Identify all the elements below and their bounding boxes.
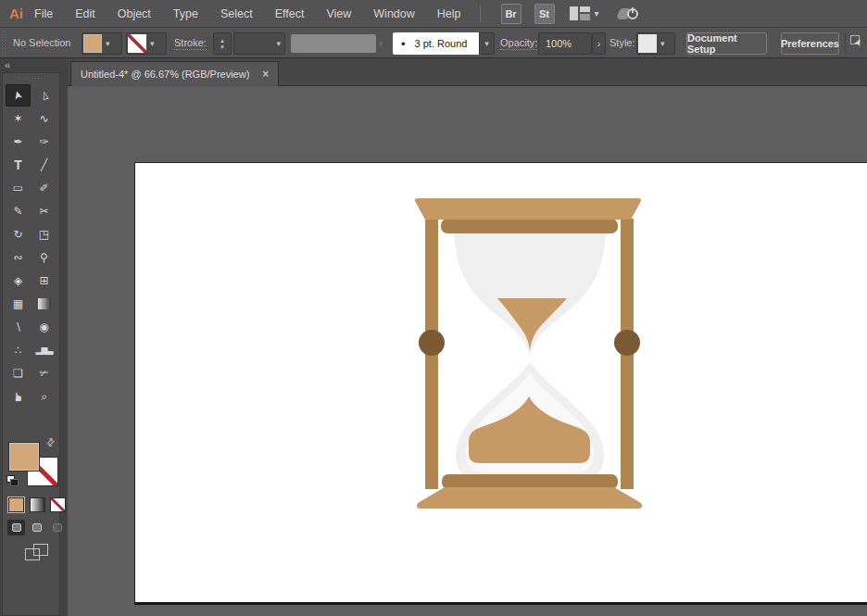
canvas-area[interactable] (68, 86, 867, 616)
draw-behind-button[interactable] (28, 520, 45, 535)
menu-type[interactable]: Type (162, 0, 209, 28)
color-mode-button[interactable] (8, 497, 24, 512)
workspace-icon-part (580, 6, 590, 12)
panel-flyout-icon[interactable]: ➤ (850, 35, 865, 50)
fill-color-swatch[interactable] (83, 34, 102, 53)
column-graph-tool-icon: ▂▆▃ (36, 346, 53, 355)
menu-view[interactable]: View (315, 0, 362, 28)
swap-fill-stroke-icon[interactable]: ⇄ (44, 435, 58, 450)
magic-wand-tool-icon: ✶ (13, 113, 22, 124)
opacity-field[interactable]: 100% (538, 32, 592, 55)
hourglass-left-knob (419, 330, 445, 356)
brush-definition-dropdown-button[interactable]: ▾ (479, 32, 495, 55)
close-icon[interactable]: × (262, 68, 269, 81)
gradient-tool[interactable] (31, 293, 57, 315)
draw-normal-button[interactable] (7, 520, 25, 535)
sync-status-icon[interactable] (618, 6, 640, 22)
paintbrush-tool[interactable]: ✐ (31, 177, 57, 199)
workspace-switcher-icon[interactable] (570, 6, 590, 20)
collapse-panel-button[interactable]: « (5, 59, 10, 70)
type-tool[interactable]: T (6, 154, 31, 176)
scissors-tool[interactable]: ✂ (31, 200, 57, 222)
menu-window[interactable]: Window (362, 0, 425, 28)
direct-selection-tool[interactable]: ▻ (31, 84, 57, 107)
blend-tool[interactable]: ◉ (31, 316, 57, 338)
workspace-icon-part (570, 6, 578, 20)
stroke-weight-label[interactable]: Stroke: (174, 37, 207, 50)
stock-button[interactable]: St (534, 4, 555, 24)
menu-select[interactable]: Select (209, 0, 264, 28)
zoom-tool[interactable]: ⌕ (31, 385, 57, 408)
perspective-grid-tool-icon: ⊞ (39, 275, 48, 286)
hourglass-artwork[interactable] (408, 190, 648, 514)
artboard-tool[interactable]: ❏ (6, 362, 31, 384)
tool-grid: ➤ ▻ ✶ ∿ ✒ ✑ T ╱ ▭ ✐ ✎ ✂ ↻ ◳ ∾ ⚲ ◈ ⊞ ▦ ∖ … (6, 84, 57, 409)
rectangle-tool-icon: ▭ (13, 182, 23, 194)
menu-effect[interactable]: Effect (264, 0, 316, 28)
eyedropper-tool-icon: ∖ (15, 321, 22, 333)
perspective-grid-tool[interactable]: ⊞ (31, 270, 57, 292)
menu-object[interactable]: Object (107, 0, 162, 28)
document-tab[interactable]: Untitled-4* @ 66.67% (RGB/Preview) × (70, 61, 279, 86)
menu-help[interactable]: Help (426, 0, 472, 28)
brush-definition-field[interactable]: • 3 pt. Round (393, 32, 479, 55)
pencil-tool-icon: ✎ (13, 206, 22, 217)
change-screen-mode-button[interactable] (25, 544, 49, 562)
column-graph-tool[interactable]: ▂▆▃ (31, 339, 57, 361)
magic-wand-tool[interactable]: ✶ (6, 107, 31, 130)
artboard[interactable] (134, 162, 867, 605)
fill-color-dropdown[interactable]: ▾ (82, 32, 122, 55)
draw-inside-button[interactable] (48, 520, 66, 535)
stroke-color-dropdown[interactable]: ▾ (126, 32, 167, 55)
pencil-tool[interactable]: ✎ (6, 200, 31, 222)
gradient-mode-button[interactable] (30, 497, 45, 512)
stroke-weight-dropdown[interactable]: ▾ (233, 32, 285, 55)
pen-tool[interactable]: ✒ (6, 131, 31, 153)
stroke-none-swatch[interactable] (128, 34, 146, 53)
workspace-icon-part (580, 14, 590, 20)
style-swatch[interactable] (638, 34, 657, 53)
stroke-weight-stepper[interactable]: ▴ ▾ (213, 32, 232, 55)
default-fill-stroke-icon[interactable] (6, 475, 19, 487)
rotate-tool-icon: ↻ (13, 229, 22, 240)
panel-grip[interactable] (1, 31, 6, 55)
selection-tool[interactable]: ➤ (6, 84, 31, 107)
mesh-tool[interactable]: ▦ (6, 293, 31, 315)
brush-preview-dot: • (401, 37, 406, 51)
curvature-tool-icon: ✑ (39, 136, 48, 147)
panel-grip[interactable] (18, 77, 45, 81)
stepper-up-icon[interactable]: ▴ (214, 37, 231, 44)
none-mode-button[interactable] (50, 497, 66, 512)
symbol-sprayer-tool[interactable]: ∴ (6, 339, 31, 361)
hand-tool[interactable]: ☛ (6, 385, 31, 408)
rectangle-tool[interactable]: ▭ (6, 177, 31, 199)
fill-swatch[interactable] (8, 442, 40, 471)
document-tab-title: Untitled-4* @ 66.67% (RGB/Preview) (81, 69, 249, 80)
opacity-expand-button[interactable]: › (592, 32, 606, 55)
scale-tool[interactable]: ◳ (31, 223, 57, 245)
style-dropdown[interactable]: ▾ (636, 32, 675, 55)
rotate-tool[interactable]: ↻ (6, 223, 31, 245)
menu-edit[interactable]: Edit (64, 0, 107, 28)
document-setup-button[interactable]: Document Setup (686, 32, 767, 55)
scissors-tool-icon: ✂ (39, 206, 48, 217)
opacity-label[interactable]: Opacity: (500, 37, 537, 50)
curvature-tool[interactable]: ✑ (31, 131, 57, 153)
puppet-warp-tool[interactable]: ⚲ (31, 246, 57, 269)
preferences-button[interactable]: Preferences (781, 32, 839, 55)
document-tab-bar: Untitled-4* @ 66.67% (RGB/Preview) × (68, 58, 867, 86)
stepper-down-icon[interactable]: ▾ (214, 44, 231, 50)
slice-tool[interactable]: ✃ (31, 362, 57, 384)
chevron-down-icon[interactable]: ▾ (595, 8, 599, 19)
cursor-icon: ➤ (851, 36, 864, 48)
shape-builder-tool[interactable]: ◈ (6, 270, 31, 292)
line-segment-tool[interactable]: ╱ (31, 154, 57, 176)
width-tool[interactable]: ∾ (6, 246, 31, 269)
eyedropper-tool[interactable]: ∖ (6, 316, 31, 338)
puppet-warp-tool-icon: ⚲ (40, 252, 48, 263)
variable-width-profile-field[interactable] (291, 34, 376, 53)
direct-selection-tool-icon: ▻ (38, 90, 51, 101)
menu-file[interactable]: File (23, 0, 64, 28)
lasso-tool[interactable]: ∿ (31, 107, 57, 130)
bridge-button[interactable]: Br (501, 4, 521, 24)
